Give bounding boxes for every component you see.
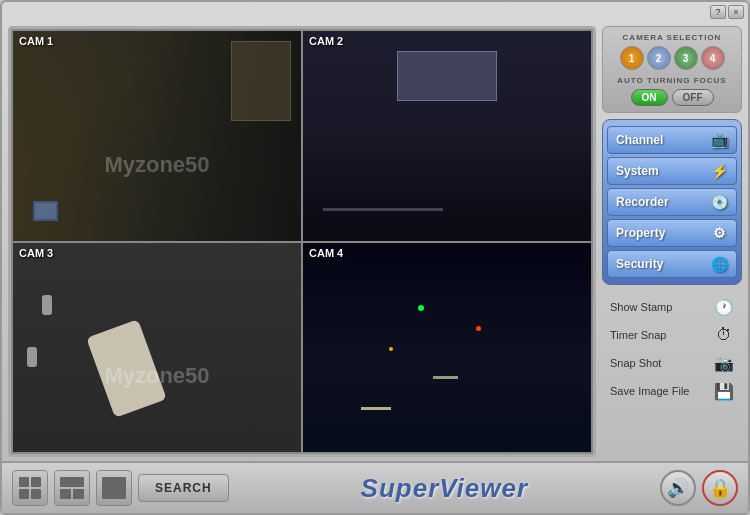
recorder-button[interactable]: Recorder 💿 <box>607 188 737 216</box>
speaker-icon: 🔊 <box>667 477 689 499</box>
property-label: Property <box>616 226 665 240</box>
cam3-person2 <box>27 347 37 367</box>
property-button[interactable]: Property ⚙ <box>607 219 737 247</box>
auto-turning-title: AUTO TURNING FOCUS <box>609 76 735 85</box>
show-stamp-button[interactable]: Show Stamp 🕐 <box>606 295 738 319</box>
camera-btn-2[interactable]: 2 <box>647 46 671 70</box>
bottom-right-buttons: 🔊 🔒 <box>660 470 738 506</box>
traffic-light-1 <box>418 305 424 311</box>
camera-selection-buttons: 1 2 3 4 <box>609 46 735 70</box>
channel-icon: 📺 <box>710 131 728 149</box>
app-window: ? × CAM 1 Myzone50 CAM 2 <box>0 0 750 515</box>
split-view-icon <box>60 477 84 499</box>
lock-icon: 🔒 <box>709 477 731 499</box>
cam2-desk <box>323 208 443 211</box>
camera-feed-4[interactable]: CAM 4 <box>303 243 591 453</box>
split-view-button[interactable] <box>54 470 90 506</box>
app-title: SuperViewer <box>235 473 654 504</box>
traffic-light-3 <box>476 326 481 331</box>
show-stamp-label: Show Stamp <box>610 301 672 313</box>
cam4-label: CAM 4 <box>309 247 343 259</box>
title-bar: ? × <box>2 2 748 22</box>
cam2-label: CAM 2 <box>309 35 343 47</box>
show-stamp-icon: 🕐 <box>714 297 734 317</box>
camera-selection-panel: CAMERA SELECTION 1 2 3 4 AUTO TURNING FO… <box>602 26 742 113</box>
cam1-content <box>13 31 301 241</box>
cam2-screen <box>397 51 497 101</box>
car-lights-2 <box>433 376 458 379</box>
camera-selection-title: CAMERA SELECTION <box>609 33 735 42</box>
camera-btn-1[interactable]: 1 <box>620 46 644 70</box>
cam1-watermark: Myzone50 <box>104 152 209 178</box>
property-icon: ⚙ <box>710 224 728 242</box>
quad-view-button[interactable] <box>12 470 48 506</box>
toggle-on-button[interactable]: ON <box>631 89 668 106</box>
system-label: System <box>616 164 659 178</box>
cam1-shelf <box>231 41 291 121</box>
main-content: CAM 1 Myzone50 CAM 2 CAM 3 <box>2 22 748 461</box>
search-button[interactable]: SEARCH <box>138 474 229 502</box>
channel-label: Channel <box>616 133 663 147</box>
single-view-icon <box>102 477 126 499</box>
cam3-label: CAM 3 <box>19 247 53 259</box>
snap-shot-label: Snap Shot <box>610 357 661 369</box>
toggle-off-button[interactable]: OFF <box>672 89 714 106</box>
traffic-light-2 <box>389 347 393 351</box>
cam3-watermark: Myzone50 <box>104 363 209 389</box>
camera-btn-4[interactable]: 4 <box>701 46 725 70</box>
side-panel: CAMERA SELECTION 1 2 3 4 AUTO TURNING FO… <box>602 26 742 457</box>
channel-button[interactable]: Channel 📺 <box>607 126 737 154</box>
timer-snap-button[interactable]: Timer Snap ⏱ <box>606 323 738 347</box>
menu-buttons-panel: Channel 📺 System ⚡ Recorder 💿 Property ⚙… <box>602 119 742 285</box>
cam3-person1 <box>42 295 52 315</box>
camera-feed-1[interactable]: CAM 1 Myzone50 <box>13 31 301 241</box>
speaker-button[interactable]: 🔊 <box>660 470 696 506</box>
security-label: Security <box>616 257 663 271</box>
camera-btn-3[interactable]: 3 <box>674 46 698 70</box>
utility-buttons-panel: Show Stamp 🕐 Timer Snap ⏱ Snap Shot 📷 Sa… <box>602 291 742 407</box>
title-bar-buttons: ? × <box>710 5 744 19</box>
camera-feed-2[interactable]: CAM 2 <box>303 31 591 241</box>
bottom-bar: SEARCH SuperViewer 🔊 🔒 <box>2 461 748 513</box>
snap-shot-icon: 📷 <box>714 353 734 373</box>
system-icon: ⚡ <box>710 162 728 180</box>
close-button[interactable]: × <box>728 5 744 19</box>
camera-feed-3[interactable]: CAM 3 Myzone50 <box>13 243 301 453</box>
quad-view-icon <box>19 477 41 499</box>
save-image-icon: 💾 <box>714 381 734 401</box>
cam1-label: CAM 1 <box>19 35 53 47</box>
save-image-label: Save Image File <box>610 385 689 397</box>
recorder-icon: 💿 <box>710 193 728 211</box>
cam2-content <box>303 31 591 241</box>
car-lights-1 <box>361 407 391 410</box>
save-image-button[interactable]: Save Image File 💾 <box>606 379 738 403</box>
recorder-label: Recorder <box>616 195 669 209</box>
camera-grid: CAM 1 Myzone50 CAM 2 CAM 3 <box>8 26 596 457</box>
cam1-monitor <box>33 201 58 221</box>
timer-snap-icon: ⏱ <box>714 325 734 345</box>
snap-shot-button[interactable]: Snap Shot 📷 <box>606 351 738 375</box>
lock-button[interactable]: 🔒 <box>702 470 738 506</box>
security-icon: 🌐 <box>710 255 728 273</box>
system-button[interactable]: System ⚡ <box>607 157 737 185</box>
security-button[interactable]: Security 🌐 <box>607 250 737 278</box>
single-view-button[interactable] <box>96 470 132 506</box>
help-button[interactable]: ? <box>710 5 726 19</box>
timer-snap-label: Timer Snap <box>610 329 666 341</box>
auto-turning-toggles: ON OFF <box>609 89 735 106</box>
